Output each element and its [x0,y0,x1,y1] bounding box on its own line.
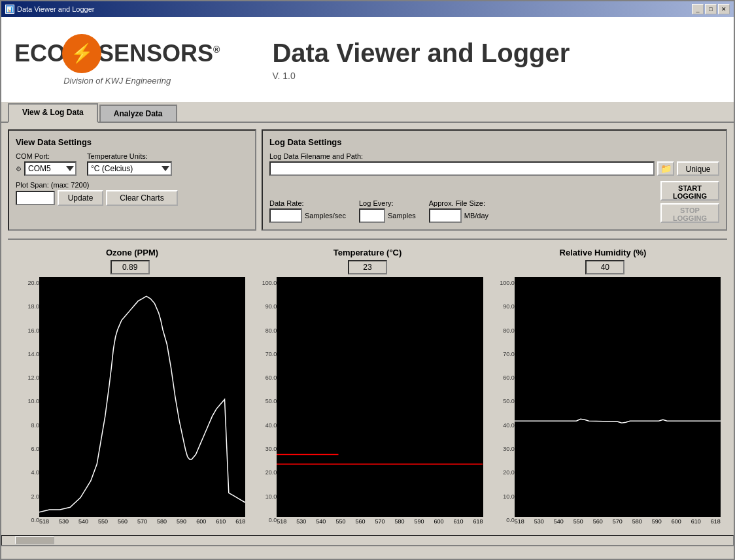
temperature-value-box: 23 [252,260,483,274]
temperature-chart-with-xaxis: 518 530 540 550 560 570 580 590 600 610 [277,277,483,526]
temp-units-label: Temperature Units: [87,152,172,160]
plot-span-row: Plot Span: (max: 7200) 100 Update Clear … [16,181,248,206]
minimize-button[interactable]: _ [692,4,704,14]
log-every-unit: Samples [388,212,416,220]
log-data-panel: Log Data Settings Log Data Filename and … [262,129,727,231]
tabs-area: View & Log Data Analyze Data [1,102,734,123]
log-data-title: Log Data Settings [269,137,719,147]
plot-span-group: Plot Span: (max: 7200) 100 Update Clear … [16,181,178,206]
approx-size-input[interactable]: 3.7 [429,208,462,223]
unique-button[interactable]: Unique [677,161,719,176]
app-icon: 📊 [5,5,14,14]
logo-arrow: ⚡ [71,42,94,64]
scrollbar-thumb[interactable] [15,536,54,544]
temp-units-group: Temperature Units: °C (Celcius) °F (Fahr… [87,152,172,176]
humidity-x-axis: 518 530 540 550 560 570 580 590 600 610 [515,517,721,526]
humidity-canvas [515,277,721,517]
log-every-group: Log Every: 1 Samples [359,199,416,223]
ozone-chart-label: Ozone (PPM) [14,248,250,257]
folder-button[interactable]: 📁 [657,161,674,176]
ozone-chart-container: 20.0 18.0 16.0 14.0 12.0 10.0 8.0 6.0 4.… [14,277,245,526]
temp-units-select[interactable]: °C (Celcius) °F (Fahrenheit) [87,161,172,176]
app-title-heading: Data Viewer and Logger [272,39,570,68]
clear-charts-button[interactable]: Clear Charts [106,190,178,206]
horizontal-scrollbar[interactable] [1,535,734,546]
plot-span-input-row: 100 Update Clear Charts [16,190,178,206]
approx-size-unit: MB/day [464,212,488,220]
logo-circle: ⚡ [62,34,101,73]
logo-image: ECO ⚡ SENSORS® [14,34,220,73]
temperature-chart-label: Temperature (°C) [250,248,485,257]
ozone-x-axis: 518 530 540 550 560 570 580 590 600 610 [39,517,245,526]
content-area: ECO ⚡ SENSORS® Division of KWJ Engineeri… [1,17,734,559]
header-section: ECO ⚡ SENSORS® Division of KWJ Engineeri… [1,17,734,102]
humidity-chart-label: Relative Humidity (%) [485,248,721,257]
data-rate-unit: Samples/sec [305,212,346,220]
logo-area: ECO ⚡ SENSORS® Division of KWJ Engineeri… [14,34,220,86]
division-text: Division of KWJ Engineering [63,76,171,86]
status-bar [1,546,734,559]
charts-row: 20.0 18.0 16.0 14.0 12.0 10.0 8.0 6.0 4.… [14,277,721,526]
ozone-y-axis: 20.0 18.0 16.0 14.0 12.0 10.0 8.0 6.0 4.… [14,277,39,526]
window-frame: 📊 Data Viewer and Logger _ □ ✕ ECO ⚡ SEN… [0,0,735,560]
com-port-group: COM Port: ⚙ COM5 COM1 COM2 COM3 COM4 [16,152,77,176]
tab-view-log[interactable]: View & Log Data [8,103,98,123]
title-bar-left: 📊 Data Viewer and Logger [5,5,94,14]
humidity-chart-with-xaxis: 518 530 540 550 560 570 580 590 600 610 [515,277,721,526]
log-every-input[interactable]: 1 [359,208,385,223]
temperature-chart-container: 100.0 90.0 80.0 70.0 60.0 50.0 40.0 30.0… [252,277,483,526]
humidity-canvas-area [515,277,721,517]
com-port-label: COM Port: [16,152,77,160]
logging-buttons: STARTLOGGING STOPLOGGING [660,181,719,223]
data-rate-label: Data Rate: [269,199,346,207]
ozone-canvas-area [39,277,245,517]
humidity-chart-container: 100.0 90.0 80.0 70.0 60.0 50.0 40.0 30.0… [490,277,721,526]
title-bar-controls: _ □ ✕ [692,4,730,14]
temperature-x-axis: 518 530 540 550 560 570 580 590 600 610 [277,517,483,526]
approx-size-value-row: 3.7 MB/day [429,208,488,223]
stop-logging-button[interactable]: STOPLOGGING [660,203,719,223]
temperature-canvas-area [277,277,483,517]
ozone-value: 0.89 [111,260,150,274]
main-content: View Data Settings COM Port: ⚙ COM5 COM1… [1,123,734,533]
com-icon: ⚙ [16,165,22,173]
chart-labels-row: Ozone (PPM) Temperature (°C) Relative Hu… [14,248,721,257]
tab-analyze[interactable]: Analyze Data [99,105,177,122]
divider [8,239,727,240]
view-data-title: View Data Settings [16,137,248,147]
close-button[interactable]: ✕ [718,4,730,14]
window-title: Data Viewer and Logger [17,5,94,13]
temperature-canvas [277,277,483,517]
filename-group: Log Data Filename and Path: C:\2012-11-1… [269,152,719,176]
view-data-panel: View Data Settings COM Port: ⚙ COM5 COM1… [8,129,256,231]
version-text: V. 1.0 [272,71,570,81]
start-logging-button[interactable]: STARTLOGGING [660,181,719,201]
ozone-chart-with-xaxis: 518 530 540 550 560 570 580 590 600 610 [39,277,245,526]
settings-row: View Data Settings COM Port: ⚙ COM5 COM1… [8,129,727,231]
com-port-input-row: ⚙ COM5 COM1 COM2 COM3 COM4 [16,161,77,176]
ozone-canvas [39,277,245,517]
log-every-label: Log Every: [359,199,416,207]
com-port-select[interactable]: COM5 COM1 COM2 COM3 COM4 [24,161,77,176]
data-rate-input[interactable]: 1.3 [269,208,302,223]
chart-values-row: 0.89 23 40 [14,260,721,274]
ozone-value-box: 0.89 [14,260,245,274]
temperature-value: 23 [348,260,387,274]
temperature-y-axis: 100.0 90.0 80.0 70.0 60.0 50.0 40.0 30.0… [252,277,277,526]
humidity-y-axis: 100.0 90.0 80.0 70.0 60.0 50.0 40.0 30.0… [490,277,515,526]
plot-span-input[interactable]: 100 [16,191,55,205]
approx-size-group: Approx. File Size: 3.7 MB/day [429,199,488,223]
maximize-button[interactable]: □ [705,4,717,14]
logo-eco: ECO [14,40,65,67]
filename-label: Log Data Filename and Path: [269,152,719,160]
log-every-value-row: 1 Samples [359,208,416,223]
data-rate-value-row: 1.3 Samples/sec [269,208,346,223]
humidity-value-box: 40 [490,260,721,274]
com-temp-row: COM Port: ⚙ COM5 COM1 COM2 COM3 COM4 [16,152,248,176]
update-button[interactable]: Update [58,190,103,206]
filename-input[interactable]: C:\2012-11-19-082634-EcoSensors-Data.txt [269,161,655,176]
approx-size-label: Approx. File Size: [429,199,488,207]
filename-row: C:\2012-11-19-082634-EcoSensors-Data.txt… [269,161,719,176]
data-rate-row: Data Rate: 1.3 Samples/sec Log Every: 1 … [269,181,719,223]
title-bar: 📊 Data Viewer and Logger _ □ ✕ [1,1,734,17]
